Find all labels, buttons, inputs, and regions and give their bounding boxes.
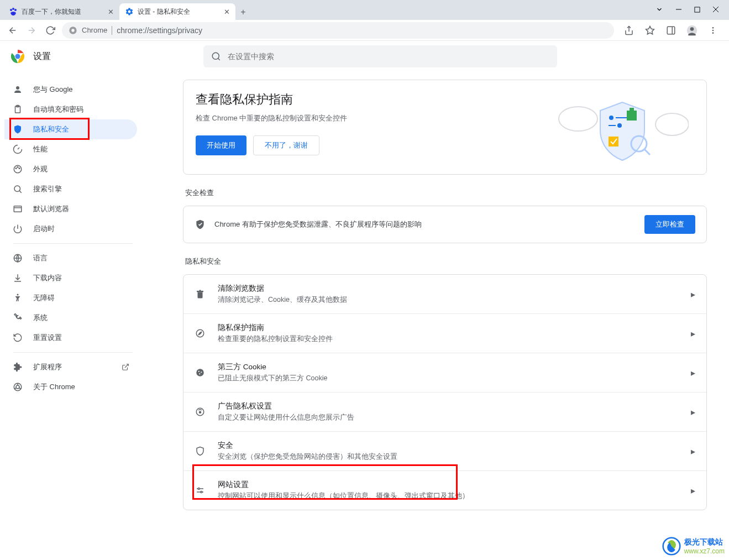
browser-tab-1[interactable]: 百度一下，你就知道 ✕ <box>3 3 119 20</box>
search-input[interactable] <box>228 52 549 61</box>
row-security[interactable]: 安全安全浏览（保护您免受危险网站的侵害）和其他安全设置 ▸ <box>183 432 706 471</box>
section-label-privacy: 隐私和安全 <box>185 257 707 266</box>
svg-point-32 <box>19 168 20 169</box>
svg-marker-63 <box>198 332 202 335</box>
sidebar-item-languages[interactable]: 语言 <box>4 248 137 268</box>
svg-marker-12 <box>646 26 654 34</box>
close-window-icon[interactable] <box>712 6 719 13</box>
chevron-right-icon: ▸ <box>691 407 695 417</box>
chrome-icon <box>69 26 77 35</box>
shield-icon <box>12 124 23 134</box>
minimize-icon[interactable] <box>675 6 682 13</box>
row-title: 安全 <box>218 441 691 451</box>
svg-rect-13 <box>667 27 675 34</box>
settings-content: 查看隐私保护指南 检查 Chrome 中重要的隐私控制设置和安全控件 开始使用 … <box>141 41 729 560</box>
row-subtitle: 安全浏览（保护您免受危险网站的侵害）和其他安全设置 <box>218 452 691 462</box>
row-title: 第三方 Cookie <box>218 362 691 372</box>
chevron-right-icon: ▸ <box>691 446 695 457</box>
menu-icon[interactable] <box>705 22 721 39</box>
row-site-settings[interactable]: 网站设置控制网站可以使用和显示什么信息（如位置信息、摄像头、弹出式窗口及其他） … <box>183 471 706 510</box>
svg-point-16 <box>690 27 694 31</box>
browser-tab-2[interactable]: 设置 - 隐私和安全 ✕ <box>119 3 235 20</box>
ad-icon <box>195 407 206 417</box>
row-privacy-guide[interactable]: 隐私保护指南检查重要的隐私控制设置和安全控件 ▸ <box>183 314 706 353</box>
shield-check-icon <box>195 219 206 230</box>
sidebar-item-on-startup[interactable]: 启动时 <box>4 219 137 239</box>
browser-icon <box>12 204 23 214</box>
sidebar-item-label: 无障碍 <box>33 293 55 303</box>
chrome-logo-icon <box>11 50 24 63</box>
wrench-icon <box>12 313 23 323</box>
page-title: 设置 <box>33 51 51 62</box>
palette-icon <box>12 164 23 174</box>
sidebar-item-accessibility[interactable]: 无障碍 <box>4 288 137 308</box>
row-subtitle: 清除浏览记录、Cookie、缓存及其他数据 <box>218 295 691 305</box>
svg-point-1 <box>12 8 14 10</box>
dismiss-button[interactable]: 不用了，谢谢 <box>253 135 319 155</box>
sidebar-item-label: 搜索引擎 <box>33 184 62 194</box>
svg-point-31 <box>17 167 18 168</box>
svg-point-23 <box>212 53 219 59</box>
search-icon <box>12 184 23 194</box>
back-button[interactable] <box>4 22 21 39</box>
close-icon[interactable]: ✕ <box>108 8 114 16</box>
svg-point-50 <box>655 113 689 135</box>
chevron-right-icon: ▸ <box>691 289 695 300</box>
chevron-down-icon[interactable] <box>655 6 663 13</box>
bookmark-icon[interactable] <box>642 22 658 39</box>
sidebar-item-appearance[interactable]: 外观 <box>4 159 137 179</box>
sidebar-item-autofill[interactable]: 自动填充和密码 <box>4 100 137 119</box>
power-icon <box>12 224 23 234</box>
settings-sidebar: 您与 Google 自动填充和密码 隐私和安全 性能 外观 搜索引擎 默认浏览器… <box>0 41 141 560</box>
check-now-button[interactable]: 立即检查 <box>644 215 695 234</box>
svg-point-65 <box>198 371 200 372</box>
maximize-icon[interactable] <box>694 7 700 13</box>
sidebar-item-search-engine[interactable]: 搜索引擎 <box>4 179 137 199</box>
row-clear-browsing-data[interactable]: 清除浏览数据清除浏览记录、Cookie、缓存及其他数据 ▸ <box>183 275 706 314</box>
window-controls <box>655 0 729 19</box>
reload-button[interactable] <box>42 22 59 39</box>
section-label-safety: 安全检查 <box>185 188 707 198</box>
svg-point-17 <box>712 27 714 29</box>
address-bar[interactable]: Chrome chrome://settings/privacy <box>62 22 614 39</box>
accessibility-icon <box>12 293 23 303</box>
svg-rect-4 <box>695 7 700 12</box>
new-tab-button[interactable]: + <box>235 4 251 20</box>
sidebar-item-label: 外观 <box>33 164 48 174</box>
row-ad-privacy[interactable]: 广告隐私权设置自定义要让网站使用什么信息向您展示广告 ▸ <box>183 392 706 432</box>
svg-line-34 <box>19 191 22 193</box>
sidebar-item-extensions[interactable]: 扩展程序 <box>4 357 137 377</box>
sidebar-item-you-and-google[interactable]: 您与 Google <box>4 80 137 100</box>
settings-search[interactable] <box>203 45 557 67</box>
sidebar-item-system[interactable]: 系统 <box>4 308 137 328</box>
sidebar-item-about[interactable]: 关于 Chrome <box>4 377 137 397</box>
sidebar-item-downloads[interactable]: 下载内容 <box>4 268 137 288</box>
forward-button[interactable] <box>23 22 40 39</box>
side-panel-icon[interactable] <box>663 22 679 39</box>
row-title: 网站设置 <box>218 480 691 490</box>
row-subtitle: 检查重要的隐私控制设置和安全控件 <box>218 334 691 344</box>
settings-header: 设置 <box>0 41 729 72</box>
sidebar-item-default-browser[interactable]: 默认浏览器 <box>4 199 137 219</box>
origin-label: Chrome <box>82 26 107 34</box>
share-icon[interactable] <box>621 22 637 39</box>
omnibox-divider <box>112 26 112 35</box>
start-button[interactable]: 开始使用 <box>196 135 247 155</box>
sidebar-item-performance[interactable]: 性能 <box>4 139 137 159</box>
svg-point-64 <box>196 369 204 376</box>
privacy-list: 清除浏览数据清除浏览记录、Cookie、缓存及其他数据 ▸ 隐私保护指南检查重要… <box>183 274 707 510</box>
sidebar-item-label: 默认浏览器 <box>33 204 69 214</box>
svg-line-47 <box>14 388 17 389</box>
sidebar-item-label: 语言 <box>33 253 48 263</box>
close-icon[interactable]: ✕ <box>224 8 230 16</box>
profile-icon[interactable] <box>684 22 700 39</box>
sidebar-divider <box>13 352 133 353</box>
sidebar-item-label: 扩展程序 <box>33 362 62 372</box>
sidebar-item-reset[interactable]: 重置设置 <box>4 328 137 348</box>
sidebar-item-privacy[interactable]: 隐私和安全 <box>4 119 137 139</box>
row-subtitle: 已阻止无痕模式下的第三方 Cookie <box>218 374 691 383</box>
svg-point-66 <box>201 371 202 373</box>
svg-point-18 <box>712 29 714 31</box>
row-cookies[interactable]: 第三方 Cookie已阻止无痕模式下的第三方 Cookie ▸ <box>183 353 706 392</box>
speedometer-icon <box>12 144 23 154</box>
